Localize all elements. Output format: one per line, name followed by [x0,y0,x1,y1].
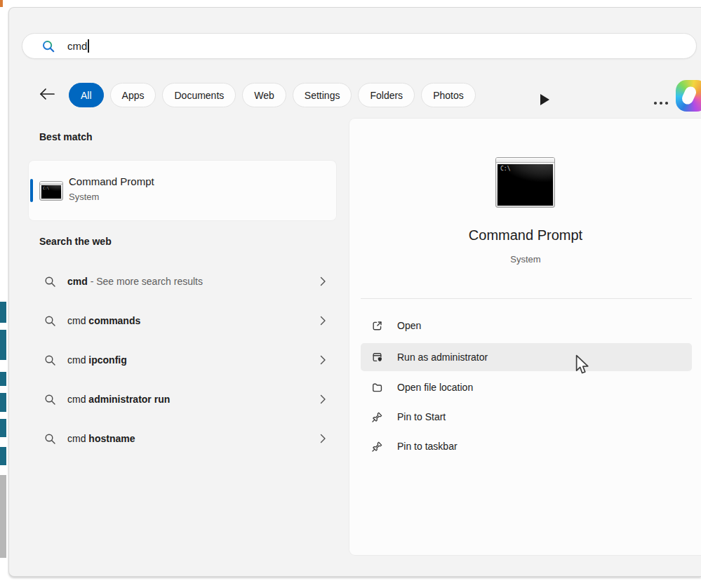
desktop-fragment-teal [0,330,6,360]
result-subtitle: System [69,192,99,202]
filter-tab-apps[interactable]: Apps [110,83,156,107]
search-filter-tabs: All Apps Documents Web Settings Folders … [69,83,476,107]
text-caret [88,39,89,53]
command-prompt-icon-large: C:\ [495,157,555,208]
web-suggestion-row[interactable]: cmd ipconfig [29,343,336,377]
filter-tab-folders[interactable]: Folders [358,83,415,107]
preview-title: Command Prompt [349,227,701,243]
filter-tab-settings[interactable]: Settings [293,83,352,107]
search-icon [41,39,55,53]
chevron-right-icon [320,434,326,443]
search-icon [44,276,56,288]
folder-icon [370,382,383,394]
open-external-icon [370,320,383,332]
back-button[interactable] [38,87,56,104]
desktop-fragment-orange [0,0,3,7]
web-suggestion-row[interactable]: cmd administrator run [29,382,336,416]
admin-shield-icon [370,352,383,363]
search-query-text: cmd [67,40,87,52]
chevron-right-icon [320,276,326,286]
divider [361,298,692,299]
pushpin-icon [370,441,383,453]
suggestion-query: cmd [67,354,86,366]
suggestion-query: cmd [67,433,86,444]
search-web-header: Search the web [39,236,112,247]
best-match-header: Best match [39,131,92,142]
suggestion-detail: ipconfig [86,354,126,366]
suggestion-query: cmd [67,394,86,405]
mouse-pointer-icon [574,354,591,378]
suggestion-detail: commands [86,315,140,326]
suggestion-detail: administrator run [86,394,170,405]
action-pin-to-taskbar[interactable]: Pin to taskbar [361,432,692,460]
action-open-file-location[interactable]: Open file location [361,373,692,401]
filter-tab-documents[interactable]: Documents [162,83,236,107]
best-match-result-command-prompt[interactable]: C:\ Command Prompt System [29,161,336,220]
arrow-left-icon [39,88,55,103]
action-label: Pin to taskbar [397,441,458,452]
action-open[interactable]: Open [361,312,692,340]
result-preview-pane: C:\ Command Prompt System Open [349,119,701,555]
desktop-fragment-teal [0,302,6,323]
chevron-right-icon [320,316,326,326]
selection-accent-bar [30,179,33,202]
filter-tab-photos[interactable]: Photos [421,83,476,107]
more-categories-icon[interactable] [540,94,549,105]
suggestion-query: cmd [67,315,86,326]
action-label: Open file location [397,382,473,393]
action-label: Run as administrator [397,352,488,363]
search-icon [44,394,56,406]
result-title: Command Prompt [69,175,154,187]
pushpin-icon [370,411,383,423]
more-options-icon[interactable] [654,102,668,105]
desktop-fragment-teal [0,419,6,437]
suggestion-query: cmd [67,276,88,287]
search-input[interactable]: cmd [22,33,697,59]
filter-tab-all[interactable]: All [69,83,104,107]
copilot-icon[interactable] [676,80,701,112]
suggestion-detail: - See more search results [88,276,203,287]
search-icon [44,354,56,366]
chevron-right-icon [320,394,326,404]
windows-search-flyout: cmd All Apps Documents Web Settings Fold… [8,7,701,577]
action-label: Pin to Start [397,411,446,422]
desktop-fragment-teal [0,393,6,412]
preview-subtitle: System [349,254,701,265]
desktop-fragment-gray [0,475,6,558]
desktop-fragment-teal [0,447,6,465]
desktop-fragment-teal [0,372,6,386]
search-icon [44,315,56,327]
action-run-as-administrator[interactable]: Run as administrator [361,343,692,371]
web-suggestion-row[interactable]: cmd - See more search results [29,265,336,298]
filter-tab-web[interactable]: Web [242,83,286,107]
search-icon [44,433,56,445]
action-pin-to-start[interactable]: Pin to Start [361,403,692,431]
action-label: Open [397,320,421,331]
command-prompt-icon: C:\ [39,181,63,201]
chevron-right-icon [320,355,326,365]
web-suggestion-row[interactable]: cmd hostname [29,422,336,455]
suggestion-detail: hostname [86,433,135,444]
web-suggestion-row[interactable]: cmd commands [29,304,336,338]
